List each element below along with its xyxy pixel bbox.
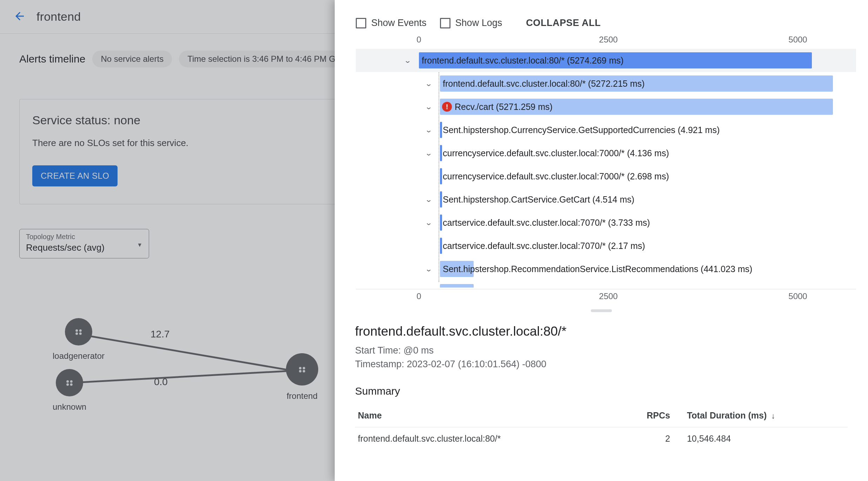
- span-label: Recv./cart (5271.259 ms): [455, 102, 553, 112]
- span-row[interactable]: cartservice.default.svc.cluster.local:70…: [377, 234, 856, 257]
- col-rpcs[interactable]: RPCs: [614, 404, 684, 427]
- span-row[interactable]: ⌄recommendationservice.default.svc.clust…: [377, 281, 856, 288]
- checkbox-icon: [356, 18, 366, 28]
- error-icon: !: [442, 102, 452, 112]
- cell-name: frontend.default.svc.cluster.local:80/*: [355, 427, 614, 450]
- cell-duration: 10,546.484: [684, 427, 848, 450]
- chevron-down-icon[interactable]: ⌄: [425, 265, 433, 273]
- span-start-time: Start Time: @0 ms: [355, 344, 848, 357]
- span-label: Sent.hipstershop.CurrencyService.GetSupp…: [443, 125, 720, 135]
- show-events-checkbox[interactable]: Show Events: [356, 18, 427, 28]
- span-row[interactable]: ⌄frontend.default.svc.cluster.local:80/*…: [377, 72, 856, 95]
- span-timestamp: Timestamp: 2023-02-07 (16:10:01.564) -08…: [355, 357, 848, 371]
- span-bar: [440, 191, 442, 207]
- span-bar: [440, 238, 442, 254]
- axis-tick: 5000: [788, 291, 807, 301]
- chevron-down-icon[interactable]: ⌄: [425, 149, 433, 157]
- col-duration[interactable]: Total Duration (ms) ↓: [684, 404, 848, 427]
- cell-rpcs: 2: [614, 427, 684, 450]
- span-row[interactable]: ⌄frontend.default.svc.cluster.local:80/*…: [356, 49, 856, 72]
- trace-panel: Show Events Show Logs COLLAPSE ALL 0 250…: [335, 0, 868, 481]
- span-label: frontend.default.svc.cluster.local:80/* …: [443, 79, 645, 89]
- axis-tick: 5000: [788, 35, 807, 45]
- span-details: frontend.default.svc.cluster.local:80/* …: [335, 321, 868, 481]
- show-logs-label: Show Logs: [455, 18, 502, 28]
- arrow-down-icon: ↓: [771, 411, 775, 420]
- axis-tick: 2500: [599, 35, 617, 45]
- show-logs-checkbox[interactable]: Show Logs: [440, 18, 502, 28]
- waterfall-bottom-axis: 0 2500 5000: [356, 289, 856, 301]
- panel-controls: Show Events Show Logs COLLAPSE ALL: [356, 18, 856, 28]
- checkbox-icon: [440, 18, 450, 28]
- chevron-down-icon[interactable]: ⌄: [404, 56, 412, 65]
- span-label: currencyservice.default.svc.cluster.loca…: [443, 148, 669, 158]
- span-row[interactable]: ⌄Sent.hipstershop.CartService.GetCart (4…: [377, 188, 856, 211]
- axis-tick: 0: [416, 291, 421, 301]
- chevron-down-icon[interactable]: ⌄: [425, 218, 433, 227]
- panel-top: Show Events Show Logs COLLAPSE ALL 0 250…: [335, 0, 868, 301]
- span-bar: [440, 168, 442, 184]
- span-row[interactable]: ⌄Sent.hipstershop.RecommendationService.…: [377, 257, 856, 281]
- span-row[interactable]: ⌄!Recv./cart (5271.259 ms): [377, 95, 856, 118]
- span-row[interactable]: ⌄cartservice.default.svc.cluster.local:7…: [377, 211, 856, 234]
- trace-waterfall[interactable]: ⌄frontend.default.svc.cluster.local:80/*…: [356, 49, 856, 288]
- span-bar: [440, 145, 442, 161]
- summary-heading: Summary: [355, 385, 848, 397]
- resize-handle[interactable]: [591, 309, 612, 312]
- chevron-down-icon[interactable]: ⌄: [425, 103, 433, 111]
- span-bar: [440, 215, 442, 231]
- span-row[interactable]: ⌄currencyservice.default.svc.cluster.loc…: [377, 141, 856, 165]
- axis-tick: 0: [416, 35, 421, 45]
- span-label: currencyservice.default.svc.cluster.loca…: [443, 171, 669, 182]
- span-meta: Start Time: @0 ms Timestamp: 2023-02-07 …: [355, 344, 848, 371]
- span-label: cartservice.default.svc.cluster.local:70…: [443, 241, 645, 251]
- span-label: Sent.hipstershop.CartService.GetCart (4.…: [443, 195, 634, 205]
- table-header-row: Name RPCs Total Duration (ms) ↓: [355, 404, 848, 427]
- span-label: recommendationservice.default.svc.cluste…: [443, 287, 710, 288]
- chevron-down-icon[interactable]: ⌄: [425, 126, 433, 134]
- summary-table: Name RPCs Total Duration (ms) ↓ frontend…: [355, 404, 848, 450]
- span-title: frontend.default.svc.cluster.local:80/*: [355, 324, 848, 339]
- chevron-down-icon[interactable]: ⌄: [425, 195, 433, 204]
- col-name[interactable]: Name: [355, 404, 614, 427]
- span-bar: [440, 122, 442, 138]
- show-events-label: Show Events: [371, 18, 427, 28]
- span-label: Sent.hipstershop.RecommendationService.L…: [443, 264, 752, 274]
- span-label: frontend.default.svc.cluster.local:80/* …: [422, 55, 623, 66]
- span-row[interactable]: currencyservice.default.svc.cluster.loca…: [377, 165, 856, 188]
- span-row[interactable]: ⌄Sent.hipstershop.CurrencyService.GetSup…: [377, 118, 856, 141]
- table-row[interactable]: frontend.default.svc.cluster.local:80/*2…: [355, 427, 848, 450]
- span-label: cartservice.default.svc.cluster.local:70…: [443, 218, 650, 228]
- waterfall-top-axis: 0 2500 5000: [356, 35, 856, 47]
- col-duration-label: Total Duration (ms): [687, 410, 767, 420]
- axis-tick: 2500: [599, 291, 617, 301]
- chevron-down-icon[interactable]: ⌄: [425, 79, 433, 88]
- collapse-all-button[interactable]: COLLAPSE ALL: [526, 18, 601, 28]
